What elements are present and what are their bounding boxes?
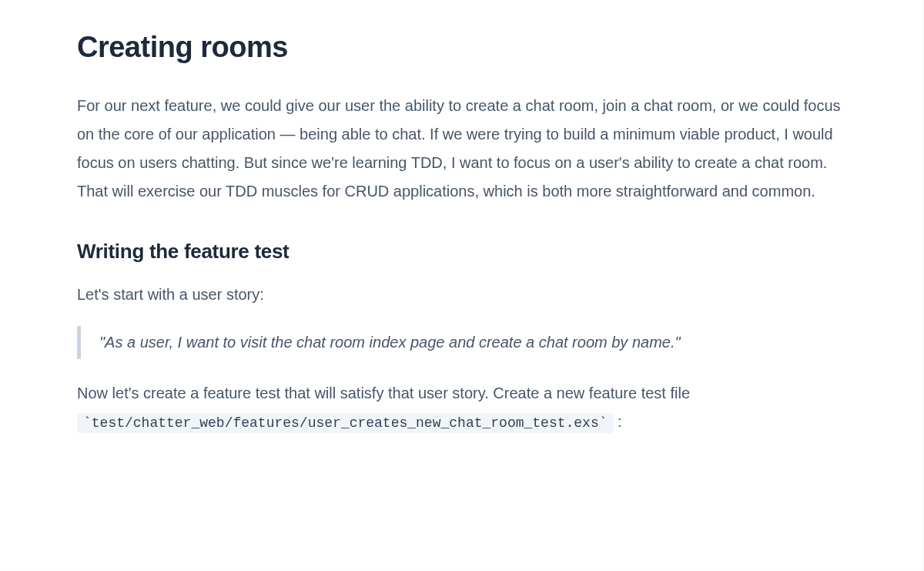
intro-paragraph: For our next feature, we could give our … (77, 92, 847, 206)
section-intro-text: Let's start with a user story: (77, 280, 847, 309)
section-heading-writing-feature-test: Writing the feature test (77, 240, 847, 264)
feature-test-instruction: Now let's create a feature test that wil… (77, 379, 847, 436)
instruction-text-before: Now let's create a feature test that wil… (77, 385, 690, 401)
user-story-blockquote: "As a user, I want to visit the chat roo… (77, 326, 847, 359)
instruction-text-after: : (614, 413, 622, 430)
page-title: Creating rooms (77, 31, 847, 64)
file-path-code: `test/chatter_web/features/user_creates_… (77, 413, 614, 433)
user-story-text: "As a user, I want to visit the chat roo… (99, 329, 847, 356)
